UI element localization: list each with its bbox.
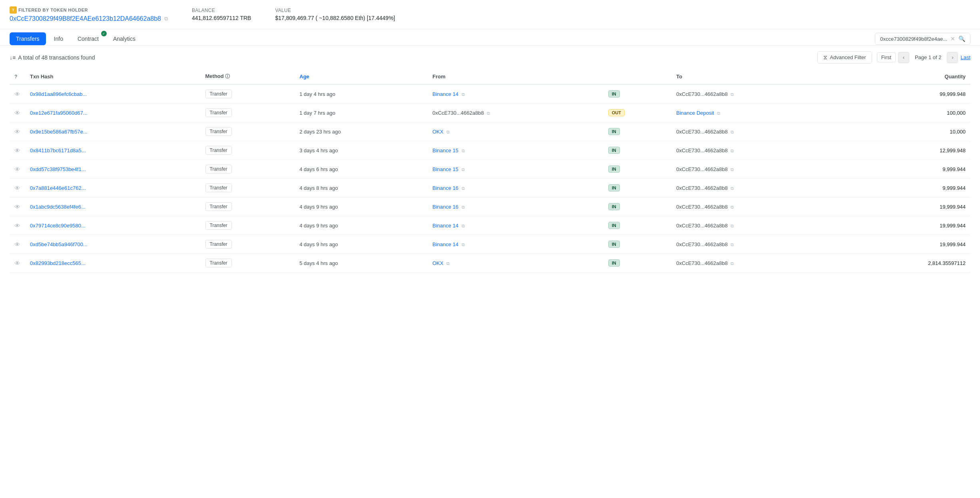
from-link[interactable]: Binance 15 — [432, 147, 458, 153]
from-link[interactable]: Binance 16 — [432, 204, 458, 210]
copy-to-icon[interactable]: ⧉ — [731, 129, 734, 134]
age-text: 1 day 7 hrs ago — [299, 110, 335, 116]
from-link[interactable]: Binance 14 — [432, 241, 458, 247]
page-indicator: Page 1 of 2 — [912, 53, 945, 62]
eye-icon[interactable]: 👁 — [14, 128, 20, 135]
method-badge: Transfer — [205, 202, 232, 211]
age-text: 1 day 4 hrs ago — [299, 91, 335, 97]
copy-to-icon[interactable]: ⧉ — [731, 92, 734, 97]
eye-icon[interactable]: 👁 — [14, 185, 20, 191]
eye-icon[interactable]: 👁 — [14, 110, 20, 116]
eye-icon[interactable]: 👁 — [14, 91, 20, 98]
cell-method: Transfer — [201, 160, 295, 179]
txn-hash-link[interactable]: 0x79714ce8c90e9580... — [30, 223, 86, 229]
copy-from-icon[interactable]: ⧉ — [462, 148, 465, 153]
cell-direction: IN — [604, 254, 671, 273]
txn-hash-link[interactable]: 0xe12e671fa95060d67... — [30, 110, 88, 116]
copy-from-icon[interactable]: ⧉ — [462, 223, 465, 228]
search-icon[interactable]: 🔍 — [958, 36, 965, 42]
to-addr: 0xCcE730...4662a8b8 — [676, 223, 728, 229]
cell-quantity: 19,999.944 — [847, 197, 970, 216]
copy-to-icon[interactable]: ⧉ — [731, 205, 734, 209]
table-row: 👁 0x98d1aa896efc6cbab... Transfer 1 day … — [10, 84, 970, 104]
from-link[interactable]: Binance 15 — [432, 166, 458, 172]
from-link[interactable]: Binance 14 — [432, 91, 458, 97]
from-link[interactable]: OKX — [432, 260, 443, 266]
eye-icon[interactable]: 👁 — [14, 147, 20, 154]
cell-direction: OUT — [604, 104, 671, 122]
copy-to-icon[interactable]: ⧉ — [731, 148, 734, 153]
next-page-button[interactable]: › — [947, 52, 958, 63]
txn-hash-link[interactable]: 0x1abc9dc5638ef4fe6... — [30, 204, 86, 210]
tabs-bar: Transfers Info Contract ✓ Analytics 0xcc… — [0, 29, 980, 46]
copy-to-icon[interactable]: ⧉ — [717, 111, 720, 116]
method-help-icon[interactable]: ⓘ — [225, 74, 230, 79]
method-badge: Transfer — [205, 108, 232, 117]
table-row: 👁 0x82993bd218ecc565... Transfer 5 days … — [10, 254, 970, 273]
copy-from-icon[interactable]: ⧉ — [462, 186, 465, 191]
col-eye: ? — [10, 69, 25, 84]
txn-hash-link[interactable]: 0x98d1aa896efc6cbab... — [30, 91, 87, 97]
cell-age: 4 days 9 hrs ago — [295, 235, 428, 254]
address-search-box[interactable]: 0xcce7300829f49b8f2e4ae... ✕ 🔍 — [875, 33, 970, 45]
eye-icon[interactable]: 👁 — [14, 203, 20, 210]
method-badge: Transfer — [205, 183, 232, 192]
eye-icon[interactable]: 👁 — [14, 222, 20, 229]
cell-method: Transfer — [201, 216, 295, 235]
age-text: 4 days 9 hrs ago — [299, 223, 338, 229]
cell-to: 0xCcE730...4662a8b8 ⧉ — [671, 160, 847, 179]
copy-to-icon[interactable]: ⧉ — [731, 186, 734, 191]
cell-method: Transfer — [201, 235, 295, 254]
tab-analytics[interactable]: Analytics — [107, 32, 142, 45]
copy-to-icon[interactable]: ⧉ — [731, 261, 734, 266]
address-link[interactable]: 0xCcE7300829f49B8f2E4AEe6123b12DA64662a8… — [10, 15, 161, 22]
cell-quantity: 19,999.944 — [847, 216, 970, 235]
from-link[interactable]: Binance 16 — [432, 185, 458, 191]
last-page-link[interactable]: Last — [960, 54, 970, 60]
eye-icon[interactable]: 👁 — [14, 166, 20, 173]
copy-address-icon[interactable]: ⧉ — [164, 16, 168, 22]
copy-from-icon[interactable]: ⧉ — [487, 111, 490, 116]
tab-contract[interactable]: Contract ✓ — [71, 32, 105, 45]
help-icon[interactable]: ? — [14, 74, 17, 80]
cell-age: 4 days 9 hrs ago — [295, 216, 428, 235]
search-clear-icon[interactable]: ✕ — [950, 36, 955, 42]
copy-from-icon[interactable]: ⧉ — [462, 205, 465, 209]
first-page-button[interactable]: First — [877, 52, 896, 62]
to-link[interactable]: Binance Deposit — [676, 110, 714, 116]
from-link[interactable]: OKX — [432, 129, 443, 135]
copy-to-icon[interactable]: ⧉ — [731, 167, 734, 172]
txn-hash-link[interactable]: 0x82993bd218ecc565... — [30, 260, 86, 266]
filter-controls: ⧖ Advanced Filter First ‹ Page 1 of 2 › … — [817, 51, 970, 64]
txn-hash-link[interactable]: 0xd5be74bb5a946f700... — [30, 241, 88, 247]
from-link[interactable]: Binance 14 — [432, 223, 458, 229]
cell-to: Binance Deposit ⧉ — [671, 104, 847, 122]
cell-from: Binance 15 ⧉ — [428, 141, 604, 160]
advanced-filter-button[interactable]: ⧖ Advanced Filter — [817, 51, 872, 64]
cell-quantity: 9,999.944 — [847, 160, 970, 179]
cell-direction: IN — [604, 141, 671, 160]
copy-to-icon[interactable]: ⧉ — [731, 223, 734, 228]
copy-from-icon[interactable]: ⧉ — [462, 92, 465, 97]
eye-icon[interactable]: 👁 — [14, 241, 20, 248]
copy-from-icon[interactable]: ⧉ — [446, 129, 450, 134]
cell-direction: IN — [604, 197, 671, 216]
col-age: Age — [295, 69, 428, 84]
cell-txn-hash: 0x98d1aa896efc6cbab... — [25, 84, 201, 104]
copy-from-icon[interactable]: ⧉ — [462, 242, 465, 247]
cell-txn-hash: 0xdd57c38f9753be4f1... — [25, 160, 201, 179]
copy-from-icon[interactable]: ⧉ — [446, 261, 450, 266]
tab-transfers[interactable]: Transfers — [10, 32, 46, 45]
txn-hash-link[interactable]: 0xdd57c38f9753be4f1... — [30, 166, 86, 172]
copy-from-icon[interactable]: ⧉ — [462, 167, 465, 172]
txn-hash-link[interactable]: 0x8411b7bc6171d8a5... — [30, 147, 86, 153]
txn-hash-link[interactable]: 0x7a881e446e61c762... — [30, 185, 86, 191]
cell-from: Binance 14 ⧉ — [428, 216, 604, 235]
prev-page-button[interactable]: ‹ — [898, 52, 909, 63]
txn-hash-link[interactable]: 0x9e15be586a67fb57e... — [30, 129, 88, 135]
cell-age: 4 days 8 hrs ago — [295, 179, 428, 197]
copy-to-icon[interactable]: ⧉ — [731, 242, 734, 247]
tab-info[interactable]: Info — [48, 32, 70, 45]
eye-icon[interactable]: 👁 — [14, 260, 20, 267]
direction-badge: IN — [608, 128, 620, 135]
